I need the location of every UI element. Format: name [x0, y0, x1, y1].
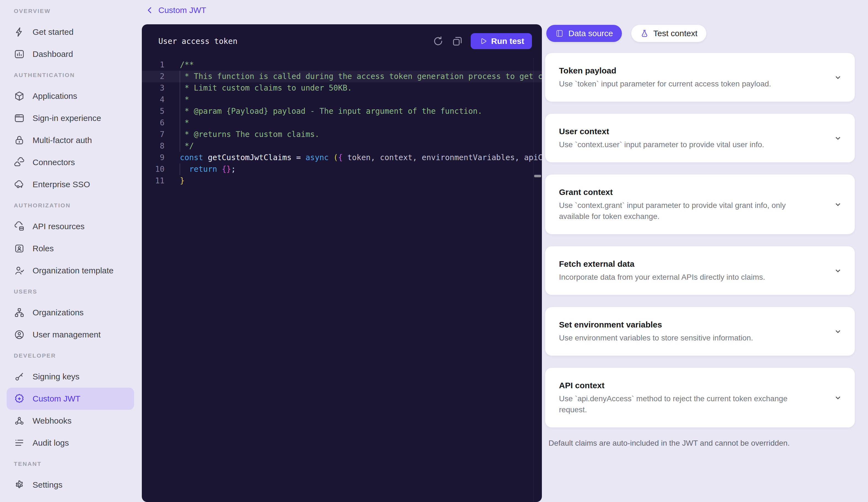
card-token-payload[interactable]: Token payloadUse `token` input parameter… — [545, 53, 855, 102]
line-number: 11 — [142, 175, 164, 187]
tab-test-context[interactable]: Test context — [631, 25, 706, 42]
sidebar-item-api-resources[interactable]: API resources — [7, 215, 134, 238]
sidebar-section-label: USERS — [7, 282, 134, 302]
clouds-icon — [14, 157, 25, 168]
editor-scrollbar-track — [533, 58, 542, 502]
id-card-icon — [14, 243, 25, 254]
card-description: Incorporate data from your external APIs… — [559, 272, 813, 283]
refresh-button[interactable] — [432, 35, 444, 47]
sidebar-item-audit-logs[interactable]: Audit logs — [7, 432, 134, 454]
cloud-key-icon — [14, 179, 25, 190]
sidebar-item-dashboard[interactable]: Dashboard — [7, 43, 134, 65]
sidebar-item-settings[interactable]: Settings — [7, 474, 134, 496]
sidebar-item-organization-template[interactable]: Organization template — [7, 260, 134, 282]
card-api-context[interactable]: API contextUse `api.denyAccess` method t… — [545, 368, 855, 428]
line-number: 3 — [142, 82, 164, 94]
copy-button[interactable] — [451, 35, 464, 47]
code-line-8: 8 */ — [142, 140, 542, 152]
sidebar-item-get-started[interactable]: Get started — [7, 21, 134, 43]
line-number: 9 — [142, 152, 164, 163]
card-grant-context[interactable]: Grant contextUse `context.grant` input p… — [545, 174, 855, 234]
sidebar-item-signing-keys[interactable]: Signing keys — [7, 365, 134, 388]
chevron-down-icon[interactable] — [833, 200, 843, 209]
card-title: Fetch external data — [559, 259, 813, 270]
chevron-down-icon[interactable] — [833, 73, 843, 82]
tab-label: Data source — [568, 29, 613, 38]
sidebar-item-label: Organizations — [33, 308, 84, 317]
editor-title: User access token — [158, 37, 238, 46]
line-number: 10 — [142, 163, 164, 175]
breadcrumb[interactable]: Custom JWT — [145, 4, 206, 17]
indent-guide — [179, 106, 180, 117]
code-text: /** — [180, 59, 542, 71]
card-title: API context — [559, 380, 813, 391]
sidebar-item-label: Applications — [33, 91, 77, 101]
card-fetch-external-data[interactable]: Fetch external dataIncorporate data from… — [545, 246, 855, 295]
indent-guide — [179, 140, 180, 152]
line-number: 2 — [142, 71, 164, 82]
card-description: Use `context.grant` input parameter to p… — [559, 200, 813, 222]
card-user-context[interactable]: User contextUse `context.user` input par… — [545, 114, 855, 162]
code-line-7: 7 * @returns The custom claims. — [142, 129, 542, 140]
breadcrumb-label[interactable]: Custom JWT — [158, 6, 206, 15]
card-description: Use `api.denyAccess` method to reject th… — [559, 393, 813, 415]
sidebar-item-organizations[interactable]: Organizations — [7, 302, 134, 324]
editor-scrollbar-thumb[interactable] — [534, 175, 541, 177]
sidebar-item-enterprise-sso[interactable]: Enterprise SSO — [7, 173, 134, 195]
person-circle-icon — [14, 329, 25, 340]
indent-guide — [179, 94, 180, 106]
sidebar-item-custom-jwt[interactable]: Custom JWT — [7, 388, 134, 410]
run-test-button[interactable]: Run test — [471, 33, 532, 49]
cloud-box-icon — [14, 221, 25, 232]
copy-icon — [451, 35, 464, 47]
chevron-left-icon[interactable] — [145, 6, 155, 15]
panel-tabs: Data source Test context — [546, 25, 706, 42]
code-area[interactable]: 1/**2 * This function is called during t… — [142, 58, 542, 187]
sidebar-nav: OVERVIEWGet startedDashboardAUTHENTICATI… — [0, 1, 141, 496]
indent-guide — [179, 163, 180, 175]
sidebar-item-webhooks[interactable]: Webhooks — [7, 410, 134, 432]
flask-icon — [640, 29, 649, 38]
sidebar-item-multi-factor-auth[interactable]: Multi-factor auth — [7, 129, 134, 151]
card-set-environment-variables[interactable]: Set environment variablesUse environment… — [545, 307, 855, 356]
sidebar-item-label: Sign-in experience — [33, 113, 101, 123]
code-line-11: 11} — [142, 175, 542, 187]
sidebar-item-label: User management — [33, 330, 101, 339]
card-description: Use `token` input parameter for current … — [559, 78, 813, 89]
chevron-down-icon[interactable] — [833, 133, 843, 143]
code-line-3: 3 * Limit custom claims to under 50KB. — [142, 82, 542, 94]
cube-icon — [14, 91, 25, 102]
card-title: Token payload — [559, 65, 813, 76]
sidebar-item-connectors[interactable]: Connectors — [7, 151, 134, 173]
sidebar-item-user-management[interactable]: User management — [7, 324, 134, 346]
sidebar-item-roles[interactable]: Roles — [7, 238, 134, 260]
chevron-down-icon[interactable] — [833, 327, 843, 336]
sidebar-item-label: Roles — [33, 244, 54, 253]
sidebar-section-label: OVERVIEW — [7, 1, 134, 21]
gear-icon — [14, 479, 25, 490]
sidebar-item-label: Multi-factor auth — [33, 135, 92, 145]
person-check-icon — [14, 265, 25, 276]
sidebar-section-label: TENANT — [7, 454, 134, 474]
chevron-down-icon[interactable] — [833, 266, 843, 275]
code-line-6: 6 * — [142, 117, 542, 129]
lightning-icon — [14, 27, 25, 38]
sidebar-item-sign-in-experience[interactable]: Sign-in experience — [7, 107, 134, 129]
sidebar-item-label: Connectors — [33, 158, 75, 167]
code-text: * This function is called during the acc… — [180, 71, 542, 82]
code-text: return {}; — [180, 163, 542, 175]
code-line-4: 4 * — [142, 94, 542, 106]
sidebar-section-label: DEVELOPER — [7, 346, 134, 365]
card-title: Set environment variables — [559, 319, 813, 330]
code-line-1: 1/** — [142, 59, 542, 71]
sidebar-item-label: Signing keys — [33, 372, 80, 381]
code-text: const getCustomJwtClaims = async ({ toke… — [180, 152, 542, 163]
chevron-down-icon[interactable] — [833, 393, 843, 402]
sidebar-item-applications[interactable]: Applications — [7, 85, 134, 107]
line-number: 4 — [142, 94, 164, 106]
sidebar-item-label: Audit logs — [33, 438, 69, 448]
sidebar-item-label: Enterprise SSO — [33, 180, 90, 189]
tab-data-source[interactable]: Data source — [546, 25, 622, 42]
code-text: } — [180, 175, 542, 187]
code-text: * @param {Payload} payload - The input a… — [180, 106, 542, 117]
